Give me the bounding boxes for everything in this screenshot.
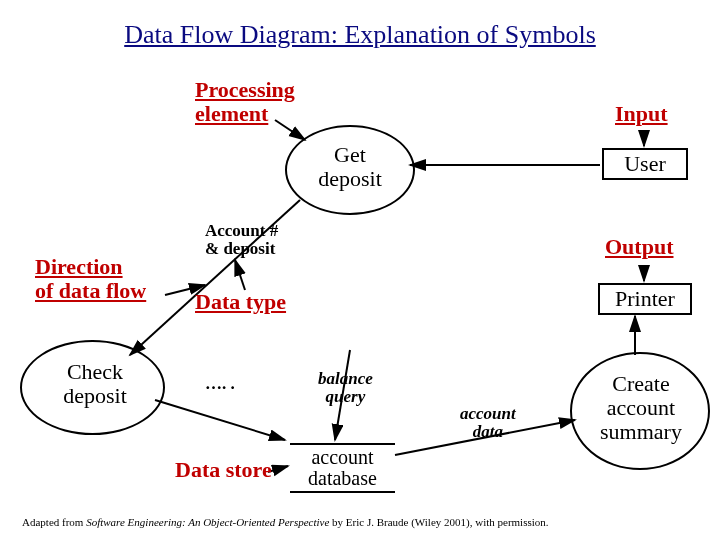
label-balance-query: balance query [318, 370, 373, 406]
label-direction: Direction of data flow [35, 255, 146, 303]
label-account-deposit: Account # & deposit [205, 222, 278, 258]
label-dots: …. . [205, 375, 235, 393]
page-title: Data Flow Diagram: Explanation of Symbol… [0, 0, 720, 50]
svg-line-6 [235, 260, 245, 290]
text-create-summary: Create account summary [585, 372, 697, 445]
box-printer: Printer [615, 287, 675, 311]
label-processing-element: Processing element [195, 78, 295, 126]
box-user: User [624, 152, 666, 176]
text-check-deposit: Check deposit [40, 360, 150, 408]
label-data-type: Data type [195, 290, 286, 314]
footer-prefix: Adapted from [22, 516, 86, 528]
footer-book: Software Engineering: An Object-Oriented… [86, 516, 329, 528]
label-account-data: account data [460, 405, 516, 441]
label-output: Output [605, 235, 673, 259]
svg-line-7 [155, 400, 285, 440]
footer-suffix: by Eric J. Braude (Wiley 2001), with per… [329, 516, 548, 528]
store-account-db: account database [290, 443, 395, 493]
label-data-store: Data store [175, 458, 272, 482]
footer-citation: Adapted from Software Engineering: An Ob… [22, 516, 549, 528]
label-input: Input [615, 102, 668, 126]
text-get-deposit: Get deposit [300, 143, 400, 191]
